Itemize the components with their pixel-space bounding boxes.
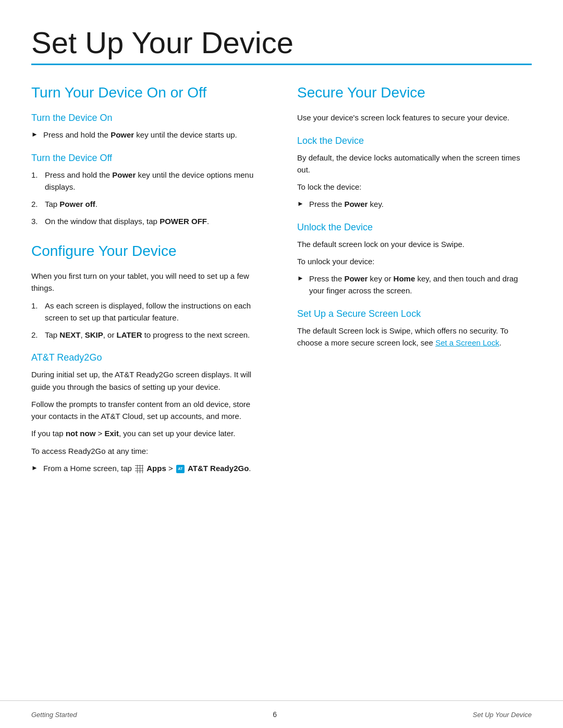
subsection-heading-screen-lock: Set Up a Secure Screen Lock	[297, 309, 532, 319]
turn-on-bullet: ► Press and hold the Power key until the…	[31, 129, 266, 141]
section-heading-configure: Configure Your Device	[31, 242, 266, 260]
bullet-arrow-icon: ►	[297, 199, 304, 209]
lock-bullet-text: Press the Power key.	[309, 198, 384, 210]
unlock-bullet-text: Press the Power key or Home key, and the…	[309, 273, 532, 297]
unlock-text2: To unlock your device:	[297, 255, 532, 267]
ready2go-text4: To access Ready2Go at any time:	[31, 445, 266, 457]
list-item-text: Press and hold the Power key until the d…	[45, 169, 266, 193]
section-heading-secure: Secure Your Device	[297, 84, 532, 102]
list-item: 1. Press and hold the Power key until th…	[31, 169, 266, 193]
att-app-icon: AT	[176, 465, 185, 473]
turn-off-list: 1. Press and hold the Power key until th…	[31, 169, 266, 228]
ready2go-text1: During initial set up, the AT&T Ready2Go…	[31, 368, 266, 393]
list-number: 1.	[31, 300, 41, 312]
list-number: 1.	[31, 169, 41, 181]
bullet-arrow-icon: ►	[31, 129, 38, 140]
subsection-heading-unlock: Unlock the Device	[297, 222, 532, 233]
left-column: Turn Your Device On or Off Turn the Devi…	[31, 84, 266, 478]
lock-text1: By default, the device locks automatical…	[297, 152, 532, 176]
ready2go-text2: Follow the prompts to transfer content f…	[31, 398, 266, 423]
page-content: Set Up Your Device Turn Your Device On o…	[0, 0, 563, 520]
set-screen-lock-link[interactable]: Set a Screen Lock	[435, 338, 499, 347]
screen-lock-text: The default Screen lock is Swipe, which …	[297, 325, 532, 349]
configure-intro: When you first turn on your tablet, you …	[31, 270, 266, 294]
list-item-text: Tap NEXT, SKIP, or LATER to progress to …	[45, 329, 250, 341]
footer: Getting Started 6 Set Up Your Device	[0, 700, 563, 728]
subsection-heading-lock: Lock the Device	[297, 135, 532, 146]
two-column-layout: Turn Your Device On or Off Turn the Devi…	[31, 84, 532, 478]
subsection-heading-att-ready2go: AT&T Ready2Go	[31, 352, 266, 363]
apps-grid-icon	[135, 465, 143, 473]
list-number: 3.	[31, 215, 41, 227]
list-item-text: On the window that displays, tap POWER O…	[45, 215, 209, 227]
page-title: Set Up Your Device	[31, 26, 532, 59]
list-item: 1. As each screen is displayed, follow t…	[31, 300, 266, 324]
secure-intro: Use your device's screen lock features t…	[297, 112, 532, 124]
section-heading-turn-device: Turn Your Device On or Off	[31, 84, 266, 102]
subsection-heading-turn-on: Turn the Device On	[31, 113, 266, 124]
right-column: Secure Your Device Use your device's scr…	[297, 84, 532, 478]
unlock-bullet: ► Press the Power key or Home key, and t…	[297, 273, 532, 297]
configure-list: 1. As each screen is displayed, follow t…	[31, 300, 266, 341]
lock-text2: To lock the device:	[297, 181, 532, 193]
footer-left-text: Getting Started	[31, 711, 77, 719]
list-item-text: Tap Power off.	[45, 198, 97, 210]
list-item: 3. On the window that displays, tap POWE…	[31, 215, 266, 227]
list-item: 2. Tap NEXT, SKIP, or LATER to progress …	[31, 329, 266, 341]
ready2go-text3: If you tap not now > Exit, you can set u…	[31, 427, 266, 439]
ready2go-bullet-text: From a Home screen, tap Apps > AT AT&T R…	[43, 462, 251, 474]
unlock-text1: The default screen lock on your device i…	[297, 238, 532, 250]
list-number: 2.	[31, 198, 41, 210]
turn-on-text: Press and hold the Power key until the d…	[43, 129, 237, 141]
subsection-heading-turn-off: Turn the Device Off	[31, 153, 266, 164]
footer-right-text: Set Up Your Device	[473, 711, 532, 719]
lock-bullet: ► Press the Power key.	[297, 198, 532, 210]
ready2go-bullet: ► From a Home screen, tap Apps > AT AT&T…	[31, 462, 266, 474]
list-item: 2. Tap Power off.	[31, 198, 266, 210]
list-number: 2.	[31, 329, 41, 341]
bullet-arrow-icon: ►	[297, 273, 304, 283]
bullet-arrow-icon: ►	[31, 463, 38, 473]
footer-page-number: 6	[273, 710, 277, 719]
list-item-text: As each screen is displayed, follow the …	[45, 300, 266, 324]
title-divider	[31, 64, 532, 65]
